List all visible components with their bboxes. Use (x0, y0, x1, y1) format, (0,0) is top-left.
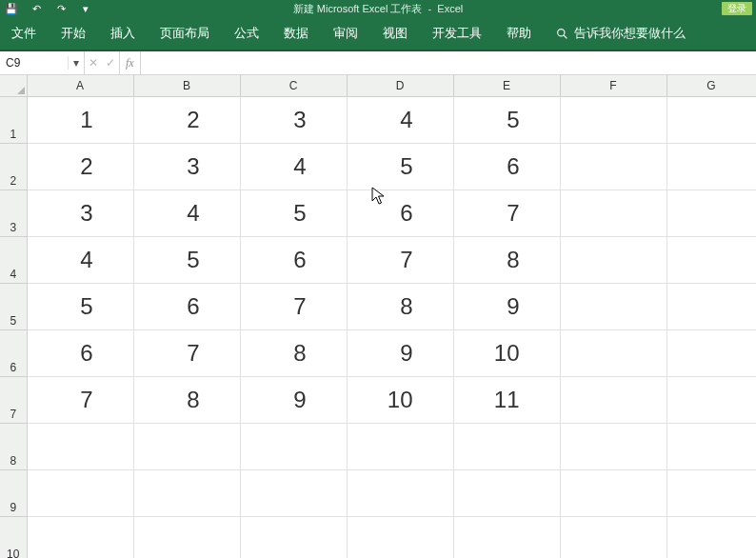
cell[interactable]: 8 (453, 237, 560, 284)
cell[interactable]: 4 (133, 190, 240, 237)
cell[interactable] (560, 330, 666, 377)
cell[interactable]: 3 (27, 190, 133, 237)
cell[interactable]: 7 (133, 330, 240, 377)
cell[interactable] (666, 190, 756, 237)
tab-view[interactable]: 视图 (383, 21, 408, 46)
redo-icon[interactable]: ↷ (53, 3, 69, 15)
cell[interactable] (666, 284, 756, 330)
cell[interactable]: 7 (240, 284, 347, 330)
login-button[interactable]: 登录 (722, 2, 752, 15)
save-icon[interactable]: 💾 (4, 3, 19, 15)
spreadsheet-grid[interactable]: A B C D E F G 11234522345633456744567855… (0, 75, 756, 558)
row-header[interactable]: 1 (0, 97, 27, 144)
column-header-A[interactable]: A (27, 75, 133, 97)
formula-input[interactable] (141, 51, 756, 74)
qat-dropdown-icon[interactable]: ▾ (78, 3, 93, 15)
select-all-corner[interactable] (0, 75, 27, 97)
name-box-dropdown-icon[interactable]: ▾ (68, 56, 84, 70)
cell[interactable]: 6 (453, 144, 560, 190)
cell[interactable]: 5 (347, 144, 453, 190)
cell[interactable] (666, 144, 756, 190)
tab-developer[interactable]: 开发工具 (432, 21, 482, 46)
cell[interactable]: 10 (347, 377, 453, 424)
cell[interactable] (133, 424, 240, 470)
cell[interactable] (27, 424, 133, 470)
cell[interactable]: 5 (27, 284, 133, 330)
row-header[interactable]: 4 (0, 237, 27, 284)
cell[interactable] (560, 237, 666, 284)
tab-file[interactable]: 文件 (11, 21, 36, 46)
cell[interactable] (560, 190, 666, 237)
cell[interactable]: 2 (133, 97, 240, 144)
tab-data[interactable]: 数据 (284, 21, 308, 46)
row-header[interactable]: 2 (0, 144, 27, 190)
cell[interactable]: 6 (240, 237, 347, 284)
column-header-F[interactable]: F (560, 75, 666, 97)
cancel-formula-icon[interactable]: ✕ (85, 56, 102, 70)
name-box-value[interactable]: C9 (0, 56, 68, 70)
cell[interactable]: 10 (453, 330, 560, 377)
cell[interactable]: 6 (27, 330, 133, 377)
cell[interactable]: 6 (133, 284, 240, 330)
cell[interactable] (666, 517, 756, 559)
cell[interactable]: 7 (27, 377, 133, 424)
cell[interactable]: 9 (453, 284, 560, 330)
cell[interactable] (560, 424, 666, 470)
undo-icon[interactable]: ↶ (29, 3, 44, 15)
cell[interactable] (133, 517, 240, 559)
cell[interactable]: 6 (347, 190, 453, 237)
row-header[interactable]: 5 (0, 284, 27, 330)
cell[interactable]: 4 (240, 144, 347, 190)
cell[interactable] (240, 424, 347, 470)
cell[interactable]: 7 (347, 237, 453, 284)
column-header-D[interactable]: D (347, 75, 453, 97)
row-header[interactable]: 9 (0, 470, 27, 517)
cell[interactable]: 5 (453, 97, 560, 144)
cell[interactable]: 7 (453, 190, 560, 237)
cell[interactable] (240, 517, 347, 559)
cell[interactable] (453, 424, 560, 470)
cell[interactable] (560, 97, 666, 144)
cell[interactable]: 11 (453, 377, 560, 424)
name-box[interactable]: C9 ▾ (0, 51, 85, 74)
cell[interactable] (666, 424, 756, 470)
enter-formula-icon[interactable]: ✓ (102, 56, 119, 70)
cell[interactable] (666, 330, 756, 377)
tab-insert[interactable]: 插入 (110, 21, 135, 46)
column-header-B[interactable]: B (133, 75, 240, 97)
cell[interactable]: 4 (347, 97, 453, 144)
column-header-E[interactable]: E (453, 75, 560, 97)
cell[interactable]: 1 (27, 97, 133, 144)
column-header-G[interactable]: G (666, 75, 756, 97)
cell[interactable] (666, 237, 756, 284)
cell[interactable] (347, 470, 453, 517)
cell[interactable] (347, 517, 453, 559)
cell[interactable] (666, 377, 756, 424)
cell[interactable] (453, 517, 560, 559)
row-header[interactable]: 3 (0, 190, 27, 237)
cell[interactable] (133, 470, 240, 517)
tab-help[interactable]: 帮助 (507, 21, 531, 46)
cell[interactable]: 3 (240, 97, 347, 144)
row-header[interactable]: 8 (0, 424, 27, 470)
cell[interactable] (240, 470, 347, 517)
tab-page-layout[interactable]: 页面布局 (160, 21, 209, 46)
cell[interactable] (27, 517, 133, 559)
cell[interactable] (560, 144, 666, 190)
cell[interactable]: 5 (133, 237, 240, 284)
cell[interactable] (560, 470, 666, 517)
cell[interactable]: 8 (240, 330, 347, 377)
tab-review[interactable]: 审阅 (333, 21, 358, 46)
cell[interactable]: 8 (133, 377, 240, 424)
cell[interactable] (560, 517, 666, 559)
column-header-C[interactable]: C (240, 75, 347, 97)
cell[interactable]: 9 (347, 330, 453, 377)
row-header[interactable]: 7 (0, 377, 27, 424)
cell[interactable] (560, 284, 666, 330)
cell[interactable] (453, 470, 560, 517)
cell[interactable] (666, 97, 756, 144)
cell[interactable] (27, 470, 133, 517)
tab-home[interactable]: 开始 (61, 21, 86, 46)
cell[interactable]: 2 (27, 144, 133, 190)
tell-me-search[interactable]: 告诉我你想要做什么 (556, 25, 686, 42)
